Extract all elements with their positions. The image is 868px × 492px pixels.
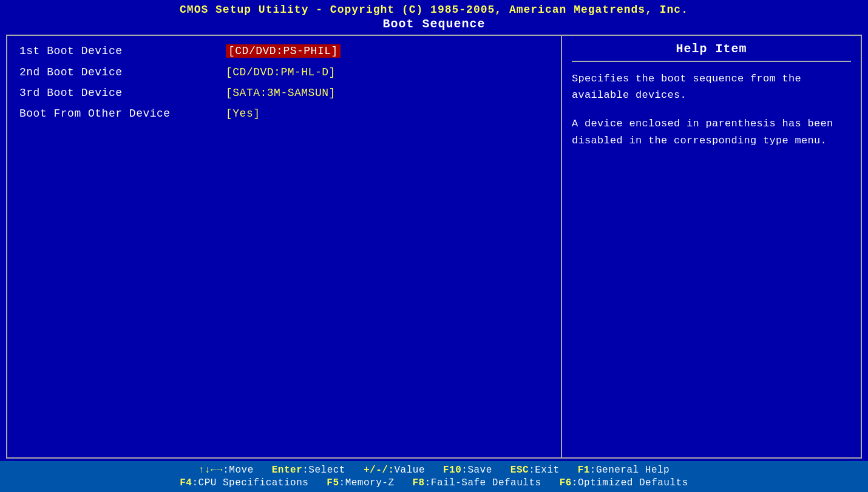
header: CMOS Setup Utility - Copyright (C) 1985-… [0, 0, 868, 32]
footer-item-l1-5: F1:General Help [578, 465, 670, 476]
setting-value-2[interactable]: [CD/DVD:PM-HL-D] [226, 66, 336, 78]
setting-label-1: 1st Boot Device [19, 45, 226, 57]
bios-title: CMOS Setup Utility - Copyright (C) 1985-… [6, 4, 862, 16]
settings-panel: 1st Boot Device[CD/DVD:PS-PHIL]2nd Boot … [7, 36, 562, 457]
help-text: Specifies the boot sequence from the ava… [572, 70, 851, 149]
setting-row-4[interactable]: Boot From Other Device[Yes] [19, 108, 549, 120]
page-title: Boot Sequence [6, 17, 862, 31]
setting-label-3: 3rd Boot Device [19, 87, 226, 99]
footer: ↑↓←→:MoveEnter:Select+/-/:ValueF10:SaveE… [0, 461, 868, 492]
footer-item-l1-0: ↑↓←→:Move [198, 465, 254, 476]
setting-label-2: 2nd Boot Device [19, 66, 226, 78]
footer-item-l2-3: F6:Optimized Defaults [560, 477, 688, 488]
footer-item-l2-0: F4:CPU Specifications [180, 477, 308, 488]
footer-item-l2-1: F5:Memory-Z [327, 477, 394, 488]
footer-item-l1-3: F10:Save [443, 465, 492, 476]
footer-item-l1-2: +/-/:Value [364, 465, 425, 476]
help-title: Help Item [572, 42, 851, 62]
footer-item-l2-2: F8:Fail-Safe Defaults [412, 477, 541, 488]
footer-line-1: ↑↓←→:MoveEnter:Select+/-/:ValueF10:SaveE… [12, 465, 856, 476]
setting-label-4: Boot From Other Device [19, 108, 226, 120]
footer-item-l1-4: ESC:Exit [510, 465, 560, 476]
help-panel: Help Item Specifies the boot sequence fr… [562, 36, 861, 457]
footer-item-l1-1: Enter:Select [272, 465, 345, 476]
setting-row-1[interactable]: 1st Boot Device[CD/DVD:PS-PHIL] [19, 44, 549, 58]
footer-line-2: F4:CPU SpecificationsF5:Memory-ZF8:Fail-… [12, 477, 856, 488]
bios-screen: CMOS Setup Utility - Copyright (C) 1985-… [0, 0, 868, 492]
setting-value-3[interactable]: [SATA:3M-SAMSUN] [226, 87, 336, 99]
main-content: 1st Boot Device[CD/DVD:PS-PHIL]2nd Boot … [6, 35, 862, 459]
setting-value-1[interactable]: [CD/DVD:PS-PHIL] [226, 44, 341, 58]
setting-value-4[interactable]: [Yes] [226, 108, 260, 120]
setting-row-3[interactable]: 3rd Boot Device[SATA:3M-SAMSUN] [19, 87, 549, 99]
setting-row-2[interactable]: 2nd Boot Device[CD/DVD:PM-HL-D] [19, 66, 549, 78]
